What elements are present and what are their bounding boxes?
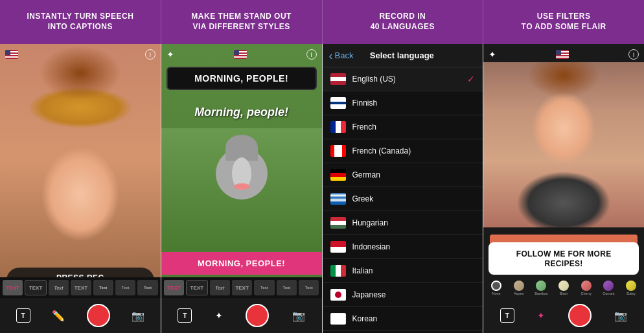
thumb2-1[interactable]: TEXT — [164, 280, 184, 295]
thumb2-3[interactable]: Text — [210, 280, 230, 295]
lang-item-greek[interactable]: Greek — [323, 187, 483, 211]
info-button-1[interactable]: i — [145, 49, 155, 60]
thumb-text-3[interactable]: Text — [49, 280, 69, 295]
filter-birch-label: Birch — [560, 292, 568, 295]
wand-button-2[interactable]: ✦ — [215, 310, 223, 321]
thumb-text-4[interactable]: TEXT — [71, 280, 91, 295]
thumb2-5[interactable]: Text — [254, 280, 274, 295]
thumb-text-2[interactable]: TEXT — [25, 280, 46, 295]
lang-item-finnish[interactable]: Finnish — [323, 91, 483, 115]
filter-daisy[interactable]: Daisy — [621, 279, 641, 296]
lang-item-hungarian[interactable]: Hungarian — [323, 211, 483, 235]
back-chevron-icon: ‹ — [329, 50, 333, 62]
rec-button-1[interactable] — [87, 304, 110, 327]
text-t-button-1[interactable]: T — [16, 308, 30, 323]
filter-none-label: None — [492, 292, 501, 295]
text-t-icon-1: T — [21, 312, 25, 319]
recipe-text: FOLLOW ME FOR MORE RECIPES! — [516, 249, 612, 268]
filter-bamboo-dot — [536, 281, 546, 291]
thumb2-6[interactable]: Text — [277, 280, 297, 295]
filter-currant-dot — [603, 281, 614, 291]
rec-button-4[interactable] — [568, 304, 592, 327]
lang-item-italian[interactable]: Italian — [323, 259, 483, 283]
lang-topbar: ‹ Back Select language — [323, 44, 483, 67]
flag-it — [330, 265, 346, 277]
header-filters-label: USE FILTERS TO ADD SOME FLAIR — [522, 12, 606, 32]
filter-aspen-label: Aspen — [514, 292, 524, 295]
camera-button-1[interactable]: 📷 — [132, 310, 144, 322]
filter-bamboo-label: Bamboo — [535, 292, 548, 295]
wand-button-4[interactable]: ✦ — [537, 310, 545, 321]
toolbar-1: T ✏️ 📷 — [0, 298, 161, 333]
dog-area — [161, 128, 322, 251]
info-icon-1: i — [150, 51, 151, 58]
pencil-button-1[interactable]: ✏️ — [52, 310, 65, 322]
info-button-2[interactable]: i — [306, 49, 317, 60]
lang-item-german[interactable]: German — [323, 163, 483, 187]
filter-cherry-label: Cherry — [581, 292, 592, 295]
lang-item-french-canada[interactable]: French (Canada) — [323, 139, 483, 163]
flag-fi — [330, 97, 346, 109]
phone-topbar-1: i — [0, 44, 161, 65]
thumb-text-1[interactable]: TEXT — [3, 280, 23, 295]
lang-name-hungarian: Hungarian — [352, 218, 476, 227]
info-icon-4: i — [633, 51, 634, 58]
lang-item-english[interactable]: English (US) ✓ — [323, 67, 483, 91]
lang-name-french: French — [352, 122, 476, 132]
panel-filters: ✦ i FOLLOW ME FOR MORE RECIPES! None Asp… — [483, 44, 644, 333]
speech-bubble-italic: Morning, people! — [167, 106, 317, 119]
filter-currant-label: Currant — [603, 292, 614, 295]
lang-name-indonesian: Indonesian — [352, 242, 476, 251]
rec-inner-2 — [251, 309, 264, 322]
thumbnail-strip-1: TEXT TEXT Text TEXT Text Text Text — [0, 277, 161, 298]
panel-styles: ✦ i MORNING, PEOPLE! Morning, people! — [161, 44, 323, 333]
panel-languages: ‹ Back Select language English (US) ✓ Fi… — [323, 44, 484, 333]
lang-item-japanese[interactable]: Japanese — [323, 283, 483, 307]
flag-us-2 — [234, 50, 247, 59]
thumb2-2[interactable]: TEXT — [186, 280, 207, 295]
flag-us-4 — [556, 50, 569, 59]
header-cell-filters: USE FILTERS TO ADD SOME FLAIR — [483, 0, 644, 44]
filter-currant[interactable]: Currant — [599, 279, 619, 296]
text-t-button-2[interactable]: T — [178, 308, 192, 323]
flag-hu — [330, 217, 346, 229]
rec-inner-1 — [92, 309, 105, 322]
language-list: English (US) ✓ Finnish French French (Ca… — [323, 67, 483, 333]
text-t-button-4[interactable]: T — [500, 308, 514, 323]
lang-name-korean: Korean — [352, 314, 476, 323]
screenshots-row: i PRESS REC AND SPEAK CLEARLY TEXT TEXT … — [0, 44, 644, 333]
flag-ca — [330, 145, 346, 157]
lang-item-korean[interactable]: Korean — [323, 307, 483, 331]
lang-item-indonesian[interactable]: Indonesian — [323, 235, 483, 259]
header-styles-label: MAKE THEM STAND OUT VIA DIFFERENT STYLES — [191, 12, 292, 32]
lang-name-greek: Greek — [352, 194, 476, 203]
rec-button-2[interactable] — [246, 304, 269, 327]
phone-topbar-2: ✦ i — [161, 44, 322, 65]
info-button-4[interactable]: i — [628, 49, 639, 60]
header-languages-label: RECORD IN 40 LANGUAGES — [371, 12, 435, 32]
camera-button-2[interactable]: 📷 — [292, 310, 305, 322]
filter-aspen[interactable]: Aspen — [509, 279, 529, 296]
recipe-bubble: FOLLOW ME FOR MORE RECIPES! — [489, 242, 639, 275]
header-cell-captions: INSTANTLY TURN SPEECH INTO CAPTIONS — [0, 0, 161, 44]
filter-birch[interactable]: Birch — [553, 279, 574, 296]
lang-name-german: German — [352, 170, 476, 179]
back-button[interactable]: ‹ Back — [329, 50, 354, 62]
thumb-text-6[interactable]: Text — [115, 280, 135, 295]
speech-italic-text: Morning, people! — [194, 106, 288, 119]
thumb2-4[interactable]: TEXT — [232, 280, 252, 295]
thumbnail-strip-2: TEXT TEXT Text TEXT Text Text Text — [161, 277, 322, 298]
lang-item-french[interactable]: French — [323, 115, 483, 139]
filter-bamboo[interactable]: Bamboo — [531, 279, 552, 296]
camera-button-4[interactable]: 📷 — [614, 310, 627, 322]
filter-none[interactable]: None — [486, 279, 507, 296]
filter-cherry[interactable]: Cherry — [576, 279, 597, 296]
thumb-text-5[interactable]: Text — [93, 280, 113, 295]
wand-icon-2: ✦ — [167, 49, 174, 60]
thumb-text-7[interactable]: Text — [137, 280, 157, 295]
header-row: INSTANTLY TURN SPEECH INTO CAPTIONS MAKE… — [0, 0, 644, 44]
lang-name-japanese: Japanese — [352, 290, 476, 299]
panel-captions: i PRESS REC AND SPEAK CLEARLY TEXT TEXT … — [0, 44, 161, 333]
flag-us-lang — [330, 73, 346, 85]
thumb2-7[interactable]: Text — [299, 280, 319, 295]
